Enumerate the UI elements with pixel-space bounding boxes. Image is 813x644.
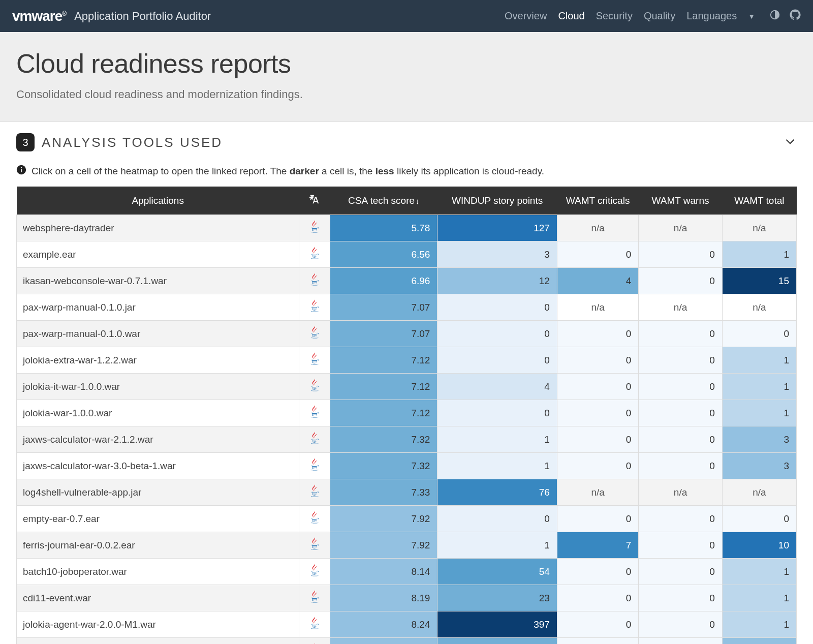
wcrit-cell[interactable]: 0 <box>557 506 638 532</box>
wcrit-cell[interactable]: 7 <box>557 532 638 559</box>
app-name-cell[interactable]: websphere-daytrader <box>17 215 299 241</box>
app-name-cell[interactable]: jaxws-calculator-war-3.0-beta-1.war <box>17 453 299 479</box>
windup-cell[interactable]: 76 <box>437 479 557 506</box>
wwarn-cell[interactable]: 0 <box>639 638 722 645</box>
csa-cell[interactable]: 7.32 <box>330 426 437 453</box>
wtotal-cell[interactable]: 3 <box>722 638 796 645</box>
nav-quality[interactable]: Quality <box>644 10 675 22</box>
col-language[interactable] <box>299 187 330 215</box>
wcrit-cell[interactable]: 0 <box>557 347 638 374</box>
wwarn-cell[interactable]: 0 <box>639 532 722 559</box>
windup-cell[interactable]: 0 <box>437 321 557 347</box>
wcrit-cell[interactable]: 0 <box>557 585 638 611</box>
windup-cell[interactable]: 50 <box>437 638 557 645</box>
wwarn-cell[interactable]: 0 <box>639 453 722 479</box>
windup-cell[interactable]: 0 <box>437 400 557 426</box>
col-wamt-warns[interactable]: WAMT warns <box>639 187 722 215</box>
wtotal-cell[interactable]: 0 <box>722 321 796 347</box>
csa-cell[interactable]: 6.56 <box>330 241 437 268</box>
wtotal-cell[interactable]: 1 <box>722 347 796 374</box>
nav-dropdown-caret[interactable]: ▼ <box>748 12 755 20</box>
wtotal-cell[interactable]: 15 <box>722 268 796 294</box>
wwarn-cell[interactable]: 0 <box>639 426 722 453</box>
nav-security[interactable]: Security <box>596 10 633 22</box>
csa-cell[interactable]: 8.14 <box>330 559 437 585</box>
windup-cell[interactable]: 0 <box>437 347 557 374</box>
wwarn-cell[interactable]: 0 <box>639 400 722 426</box>
app-name-cell[interactable]: example.ear <box>17 241 299 268</box>
tools-header[interactable]: 3 ANALYSIS TOOLS USED <box>16 133 797 151</box>
app-name-cell[interactable]: jolokia-it-war-1.0.0.war <box>17 374 299 400</box>
wtotal-cell[interactable]: 0 <box>722 506 796 532</box>
windup-cell[interactable]: 1 <box>437 453 557 479</box>
app-name-cell[interactable]: jolokia-extra-war-1.2.2.war <box>17 347 299 374</box>
wcrit-cell[interactable]: 0 <box>557 426 638 453</box>
wtotal-cell[interactable]: 3 <box>722 426 796 453</box>
wcrit-cell[interactable]: 0 <box>557 559 638 585</box>
csa-cell[interactable]: 7.12 <box>330 347 437 374</box>
wtotal-cell[interactable]: 1 <box>722 585 796 611</box>
csa-cell[interactable]: 5.78 <box>330 215 437 241</box>
wcrit-cell[interactable]: 0 <box>557 241 638 268</box>
windup-cell[interactable]: 0 <box>437 506 557 532</box>
col-csa-score[interactable]: CSA tech score↓ <box>330 187 437 215</box>
wtotal-cell[interactable]: 1 <box>722 559 796 585</box>
app-name-cell[interactable]: log4shell-vulnerable-app.jar <box>17 479 299 506</box>
app-name-cell[interactable]: jaxws-calculator-war-2.1.2.war <box>17 426 299 453</box>
csa-cell[interactable]: 7.92 <box>330 506 437 532</box>
wcrit-cell[interactable]: 0 <box>557 400 638 426</box>
csa-cell[interactable]: 7.33 <box>330 479 437 506</box>
wcrit-cell[interactable]: 0 <box>557 321 638 347</box>
windup-cell[interactable]: 4 <box>437 374 557 400</box>
wtotal-cell[interactable]: 10 <box>722 532 796 559</box>
app-name-cell[interactable]: pax-warp-manual-0.1.0.jar <box>17 294 299 321</box>
wtotal-cell[interactable]: 1 <box>722 241 796 268</box>
app-name-cell[interactable]: ferris-journal-ear-0.0.2.ear <box>17 532 299 559</box>
app-name-cell[interactable]: ikasan-webconsole-war-0.7.1.war <box>17 268 299 294</box>
csa-cell[interactable]: 7.07 <box>330 321 437 347</box>
col-wamt-total[interactable]: WAMT total <box>722 187 796 215</box>
wwarn-cell[interactable]: 0 <box>639 321 722 347</box>
nav-languages[interactable]: Languages <box>686 10 737 22</box>
wtotal-cell[interactable]: 3 <box>722 453 796 479</box>
app-name-cell[interactable]: jolokia-war-1.0.0.war <box>17 400 299 426</box>
csa-cell[interactable]: 7.92 <box>330 532 437 559</box>
wtotal-cell[interactable]: 1 <box>722 374 796 400</box>
wcrit-cell[interactable]: 0 <box>557 611 638 638</box>
windup-cell[interactable]: 54 <box>437 559 557 585</box>
wwarn-cell[interactable]: 0 <box>639 559 722 585</box>
csa-cell[interactable]: 7.32 <box>330 453 437 479</box>
wcrit-cell[interactable]: 4 <box>557 268 638 294</box>
windup-cell[interactable]: 12 <box>437 268 557 294</box>
wwarn-cell[interactable]: 0 <box>639 585 722 611</box>
wtotal-cell[interactable]: 1 <box>722 400 796 426</box>
wwarn-cell[interactable]: 0 <box>639 611 722 638</box>
app-name-cell[interactable]: jolokia-agent-war-2.0.0-M1.war <box>17 611 299 638</box>
app-name-cell[interactable]: empty-ear-0.7.ear <box>17 506 299 532</box>
wwarn-cell[interactable]: 0 <box>639 268 722 294</box>
wwarn-cell[interactable]: 0 <box>639 347 722 374</box>
wcrit-cell[interactable]: 0 <box>557 374 638 400</box>
nav-cloud[interactable]: Cloud <box>558 10 584 22</box>
windup-cell[interactable]: 3 <box>437 241 557 268</box>
col-windup[interactable]: WINDUP story points <box>437 187 557 215</box>
csa-cell[interactable]: 7.07 <box>330 294 437 321</box>
wtotal-cell[interactable]: 1 <box>722 611 796 638</box>
wwarn-cell[interactable]: 0 <box>639 506 722 532</box>
windup-cell[interactable]: 1 <box>437 426 557 453</box>
windup-cell[interactable]: 0 <box>437 294 557 321</box>
wwarn-cell[interactable]: 0 <box>639 374 722 400</box>
csa-cell[interactable]: 8.19 <box>330 585 437 611</box>
app-name-cell[interactable]: batch10-joboperator.war <box>17 559 299 585</box>
theme-toggle-icon[interactable] <box>769 9 780 23</box>
wcrit-cell[interactable]: 0 <box>557 638 638 645</box>
wwarn-cell[interactable]: 0 <box>639 241 722 268</box>
nav-overview[interactable]: Overview <box>505 10 547 22</box>
csa-cell[interactable]: 8.24 <box>330 611 437 638</box>
navbar-brand[interactable]: vmware® Application Portfolio Auditor <box>12 8 211 24</box>
csa-cell[interactable]: 7.12 <box>330 400 437 426</box>
csa-cell[interactable]: 7.12 <box>330 374 437 400</box>
windup-cell[interactable]: 397 <box>437 611 557 638</box>
github-icon[interactable] <box>790 9 801 23</box>
windup-cell[interactable]: 127 <box>437 215 557 241</box>
